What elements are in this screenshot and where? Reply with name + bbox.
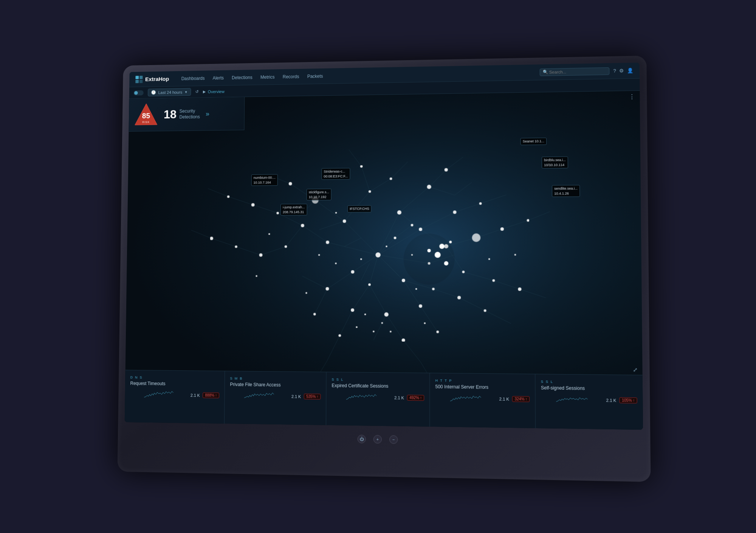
nav-alerts[interactable]: Alerts	[209, 73, 228, 82]
metric-http-value: 2.1 K	[499, 396, 509, 401]
search-wrapper: 🔍	[539, 67, 609, 76]
metric-smb-value: 2.1 K	[291, 394, 301, 398]
node-label-numbium: numbium-00.... 10.10.7.164	[251, 174, 278, 186]
more-menu-icon[interactable]: ⋮	[629, 93, 635, 100]
nav-dashboards[interactable]: Dashboards	[178, 74, 208, 82]
metric-dns: D N S Request Timeouts 2.1 K 888% ↑	[125, 370, 225, 423]
breadcrumb-overview[interactable]: Overview	[208, 89, 225, 93]
risk-triangle: 85 RISK	[135, 103, 158, 127]
svg-text:85: 85	[142, 111, 150, 120]
metric-ssl2-title: Self-signed Sessions	[541, 385, 637, 392]
nav-detections[interactable]: Detections	[228, 73, 256, 82]
metric-http-chart-row: 2.1 K 324% ↑	[435, 393, 530, 404]
time-label: Last 24 hours	[158, 90, 183, 95]
breadcrumb-separator: ▶	[203, 89, 206, 93]
plus-icon: +	[376, 437, 379, 441]
logo: ExtraHop	[135, 75, 169, 83]
node-label-jump: i-jump.extrah... 208.79.145.31	[280, 204, 307, 215]
metric-ssl-chart-row: 2.1 K 492% ↑	[332, 392, 424, 402]
breadcrumb: ▶ Overview	[203, 89, 225, 94]
minus-button[interactable]: −	[389, 435, 398, 444]
svg-rect-3	[139, 79, 143, 83]
metric-http: H T T P 500 Internal Server Errors 2.1 K…	[430, 373, 536, 428]
detections-count: 18	[164, 107, 177, 121]
metric-smb: S M B Private File Share Access 2.1 K 53…	[225, 371, 327, 425]
minus-icon: −	[392, 437, 395, 441]
settings-icon[interactable]: ⚙	[619, 68, 624, 73]
security-panel: 85 RISK 18 SecurityDetections »	[129, 97, 245, 131]
toggle-button[interactable]	[133, 90, 144, 95]
metric-ssl2: S S L Self-signed Sessions 2.1 K 105% ↑	[535, 374, 643, 430]
power-icon: ⏻	[359, 437, 364, 441]
metric-http-protocol: H T T P	[435, 378, 529, 383]
metric-dns-sparkline	[130, 390, 187, 400]
metric-http-percent: 324% ↑	[512, 396, 530, 402]
metric-http-title: 500 Internal Server Errors	[435, 384, 530, 390]
svg-rect-1	[139, 75, 143, 79]
svg-rect-2	[135, 79, 139, 83]
metric-smb-trend-icon: ↑	[316, 394, 318, 398]
metric-ssl2-trend-icon: ↑	[633, 398, 635, 402]
metric-smb-chart-row: 2.1 K 535% ↑	[230, 391, 321, 401]
metric-http-trend-icon: ↑	[525, 397, 527, 401]
monitor-screen: ExtraHop Dashboards Alerts Detections Me…	[125, 62, 643, 430]
detections-label: SecurityDetections	[179, 108, 200, 120]
metric-http-sparkline	[435, 393, 496, 403]
metric-ssl2-chart-row: 2.1 K 105% ↑	[541, 394, 637, 405]
power-button[interactable]: ⏻	[358, 435, 366, 443]
search-input[interactable]	[539, 67, 609, 76]
metric-smb-protocol: S M B	[230, 376, 321, 381]
metric-ssl-percent: 492% ↑	[407, 395, 424, 401]
metric-dns-trend-icon: ↑	[215, 393, 217, 397]
node-label-ifstcp: IFSTCP.CHS	[347, 205, 372, 212]
svg-rect-0	[135, 75, 139, 79]
metric-smb-sparkline	[230, 391, 288, 401]
metric-ssl2-protocol: S S L	[541, 379, 637, 384]
node-label-stickfig: stickfigure.s... 10.10.7.192	[307, 188, 332, 200]
metric-ssl2-value: 2.1 K	[606, 398, 616, 402]
node-label-seanet: Seanet 10.1...	[521, 137, 547, 145]
user-icon[interactable]: 👤	[627, 67, 634, 73]
metrics-bar: D N S Request Timeouts 2.1 K 888% ↑	[125, 370, 643, 429]
dropdown-arrow-icon: ▼	[184, 90, 188, 94]
main-content: Seanet 10.1... Striderwas-c... 00:08:E3:…	[125, 90, 643, 429]
metric-dns-value: 2.1 K	[191, 393, 200, 397]
nav-records[interactable]: Records	[279, 72, 303, 81]
help-icon[interactable]: ?	[613, 68, 616, 73]
history-icon[interactable]: ↺	[195, 89, 198, 94]
metric-dns-percent: 888% ↑	[203, 392, 219, 398]
metric-ssl-trend-icon: ↑	[420, 396, 422, 400]
metric-dns-chart-row: 2.1 K 888% ↑	[130, 390, 219, 400]
nav-utility-icons: ? ⚙ 👤	[613, 67, 633, 73]
node-label-sendlite: sendlite.sea.i... 10.4.1.26	[552, 185, 580, 197]
metric-ssl2-percent: 105% ↑	[620, 397, 637, 403]
metric-ssl-sparkline	[332, 392, 391, 402]
svg-text:RISK: RISK	[143, 121, 150, 123]
detections-expand-icon[interactable]: »	[206, 110, 209, 118]
nav-metrics[interactable]: Metrics	[257, 73, 278, 81]
metric-ssl-value: 2.1 K	[394, 395, 404, 399]
metric-ssl2-sparkline	[541, 394, 603, 405]
metric-dns-protocol: D N S	[130, 375, 220, 380]
logo-text: ExtraHop	[145, 75, 169, 82]
time-selector[interactable]: 🕐 Last 24 hours ▼	[148, 88, 191, 96]
monitor-frame: ExtraHop Dashboards Alerts Detections Me…	[118, 56, 651, 482]
search-icon: 🔍	[543, 69, 548, 74]
node-label-strider: Striderwas-c... 00:08:E3:FC:F...	[321, 168, 350, 180]
expand-icon[interactable]: ⤢	[633, 367, 638, 373]
metric-ssl: S S L Expired Certificate Sessions 2.1 K…	[326, 372, 430, 426]
plus-button[interactable]: +	[373, 435, 382, 443]
nav-items: Dashboards Alerts Detections Metrics Rec…	[178, 68, 540, 82]
metric-ssl-protocol: S S L	[332, 378, 424, 382]
svg-point-139	[403, 233, 455, 285]
detections-info: 18 SecurityDetections »	[164, 107, 209, 121]
metric-dns-title: Request Timeouts	[130, 381, 219, 387]
metric-smb-percent: 535% ↑	[304, 393, 321, 399]
node-label-birdblu: birdblu.sea.i... 10/10.10.114	[542, 156, 568, 168]
metric-ssl-title: Expired Certificate Sessions	[332, 383, 424, 389]
clock-icon: 🕐	[151, 90, 156, 95]
nav-packets[interactable]: Packets	[304, 72, 327, 81]
metric-smb-title: Private File Share Access	[230, 382, 321, 388]
logo-icon	[135, 75, 143, 83]
